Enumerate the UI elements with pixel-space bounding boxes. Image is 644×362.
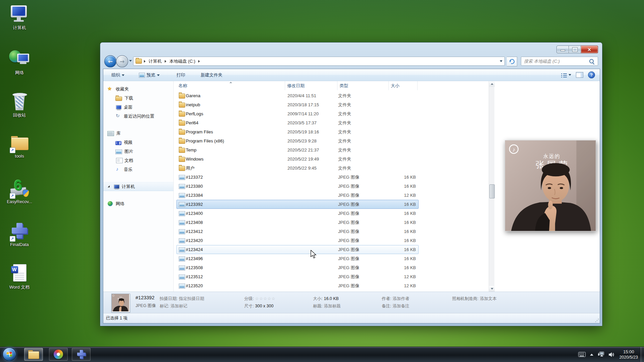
column-header-type[interactable]: 类型 [337, 81, 389, 90]
nav-item-documents[interactable]: 文档 [103, 156, 173, 165]
change-view-button[interactable] [561, 73, 571, 77]
location-icon[interactable] [136, 59, 142, 64]
search-input[interactable] [521, 59, 589, 64]
details-column-4: 作者:添加作者 备注:添加备注 [382, 295, 409, 310]
taskbar-explorer-button[interactable] [24, 348, 43, 361]
help-button[interactable] [588, 71, 595, 78]
refresh-button[interactable] [507, 57, 517, 66]
nav-item-computer[interactable]: 计算机 [103, 182, 173, 191]
desktop-icon-finaldata[interactable]: FinalData [2, 222, 37, 247]
keyboard-language-icon[interactable] [578, 352, 586, 357]
inetpub[interactable]: inetpub 2020/3/18 17:15 文件夹 [176, 100, 419, 109]
resize-grip[interactable] [595, 318, 599, 322]
nav-item-recent-places[interactable]: 最近访问的位置 [103, 112, 173, 121]
desktop-icon-word-document[interactable]: Word 文档 [2, 264, 37, 290]
nav-item-favorites[interactable]: 收藏夹 [103, 84, 173, 94]
breadcrumb-separator-icon[interactable] [165, 60, 166, 63]
file-type-cell: JPEG 图像 [338, 209, 388, 218]
new-folder-button[interactable]: 新建文件夹 [199, 71, 224, 79]
minimize-button[interactable] [556, 46, 569, 53]
taskbar-clock[interactable]: 15:00 2020/5/23 [619, 349, 641, 360]
#123520[interactable]: #123520 JPEG 图像 12 KB [176, 281, 419, 290]
date-taken-label: 拍摄日期: [160, 296, 177, 301]
#123512[interactable]: #123512 JPEG 图像 12 KB [176, 272, 419, 281]
nav-item-desktop[interactable]: 桌面 [103, 103, 173, 112]
#123508[interactable]: #123508 JPEG 图像 16 KB [176, 263, 419, 272]
Program Files (x86)[interactable]: Program Files (x86) 2020/5/23 9:28 文件夹 [176, 136, 419, 145]
#123372[interactable]: #123372 JPEG 图像 16 KB [176, 173, 419, 182]
file-type-icon [179, 103, 185, 108]
Windows[interactable]: Windows 2020/5/22 19:49 文件夹 [176, 155, 419, 164]
column-header-size[interactable]: 大小 [389, 81, 418, 90]
date-taken-value[interactable]: 指定拍摄日期 [179, 296, 204, 301]
triangle-up-icon [491, 83, 493, 85]
view-controls [561, 71, 595, 78]
taskbar-finaldata-button[interactable] [72, 348, 91, 361]
preview-pane-toggle[interactable] [576, 72, 583, 78]
nav-item-libraries[interactable]: 库 [103, 129, 173, 138]
file-type-icon [179, 175, 185, 180]
#123496[interactable]: #123496 JPEG 图像 16 KB [176, 254, 419, 263]
#123384[interactable]: #123384 JPEG 图像 12 KB [176, 191, 419, 200]
network-status-icon[interactable] [598, 352, 604, 357]
maximize-button[interactable] [569, 46, 581, 53]
show-hidden-icons-button[interactable] [590, 354, 593, 356]
#123424[interactable]: #123424 JPEG 图像 16 KB [176, 245, 419, 254]
organize-button[interactable]: 组织 [109, 71, 126, 79]
desktop-icon-computer[interactable]: 计算机 [2, 5, 37, 31]
taskbar-browser-button[interactable] [49, 348, 68, 361]
recent-pages-dropdown[interactable] [129, 60, 132, 62]
vertical-scrollbar[interactable] [489, 81, 494, 292]
close-button[interactable]: × [581, 46, 598, 53]
desktop-icon-easyrecovery[interactable]: EasyRecov... [2, 179, 37, 204]
rating-stars[interactable]: ☆☆☆☆☆ [255, 296, 275, 301]
nav-item-downloads[interactable]: 下载 [103, 94, 173, 103]
desktop-icon-network[interactable]: 网络 [2, 50, 37, 76]
start-button[interactable] [1, 348, 17, 361]
Garena[interactable]: Garena 2020/4/4 11:51 文件夹 [176, 91, 419, 100]
nav-item-videos[interactable]: 视频 [103, 138, 173, 147]
file-name-cell: Perl64 [186, 119, 285, 127]
address-bar[interactable]: 计算机 本地磁盘 (C:) [133, 57, 505, 66]
forward-button[interactable]: → [116, 55, 128, 67]
breadcrumb-drive-c[interactable]: 本地磁盘 (C:) [167, 57, 198, 65]
address-dropdown-icon[interactable] [500, 60, 502, 62]
Perl64[interactable]: Perl64 2020/3/5 17:37 文件夹 [176, 118, 419, 127]
column-header-date-modified[interactable]: 修改日期 [285, 81, 337, 90]
scroll-down-button[interactable] [489, 286, 495, 292]
author-value[interactable]: 添加作者 [392, 296, 409, 301]
desktop-icon-tools[interactable]: tools [2, 133, 37, 159]
nav-item-pictures[interactable]: 图片 [103, 147, 173, 156]
PerfLogs[interactable]: PerfLogs 2009/7/14 11:20 文件夹 [176, 109, 419, 118]
column-header-name[interactable]: 名称 [176, 81, 285, 90]
file-type-icon [179, 112, 185, 117]
comment-value[interactable]: 添加备注 [392, 304, 409, 308]
preview-button[interactable]: 预览 [137, 71, 162, 79]
#123412[interactable]: #123412 JPEG 图像 16 KB [176, 227, 419, 236]
desktop-icon-recycle-bin[interactable]: 回收站 [2, 92, 37, 118]
title-value[interactable]: 添加标题 [324, 304, 340, 308]
print-button[interactable]: 打印 [174, 71, 187, 79]
breadcrumb-separator-icon[interactable] [198, 60, 200, 63]
#123392[interactable]: #123392 JPEG 图像 16 KB [176, 200, 419, 209]
#123408[interactable]: #123408 JPEG 图像 16 KB [176, 218, 419, 227]
nav-item-music[interactable]: 音乐 [103, 165, 173, 174]
用户[interactable]: 用户 2020/5/22 9:45 文件夹 [176, 164, 419, 173]
show-desktop-button[interactable] [641, 347, 644, 362]
#123380[interactable]: #123380 JPEG 图像 16 KB [176, 182, 419, 191]
volume-icon[interactable] [609, 352, 615, 357]
file-name-cell: #123496 [186, 254, 285, 263]
scrollbar-thumb[interactable] [489, 184, 495, 198]
Program Files[interactable]: Program Files 2020/5/19 18:16 文件夹 [176, 127, 419, 136]
nav-item-network[interactable]: 网络 [103, 199, 173, 208]
search-icon[interactable] [589, 59, 594, 63]
scroll-up-button[interactable] [489, 81, 495, 87]
breadcrumb-computer[interactable]: 计算机 [146, 57, 164, 65]
#123420[interactable]: #123420 JPEG 图像 16 KB [176, 236, 419, 245]
camera-maker-value[interactable]: 添加文本 [480, 296, 496, 301]
Temp[interactable]: Temp 2020/5/22 21:37 文件夹 [176, 145, 419, 155]
#123400[interactable]: #123400 JPEG 图像 16 KB [176, 209, 419, 218]
breadcrumb-separator-icon[interactable] [144, 60, 146, 63]
tags-value[interactable]: 添加标记 [170, 304, 187, 308]
back-button[interactable]: ← [104, 55, 116, 67]
